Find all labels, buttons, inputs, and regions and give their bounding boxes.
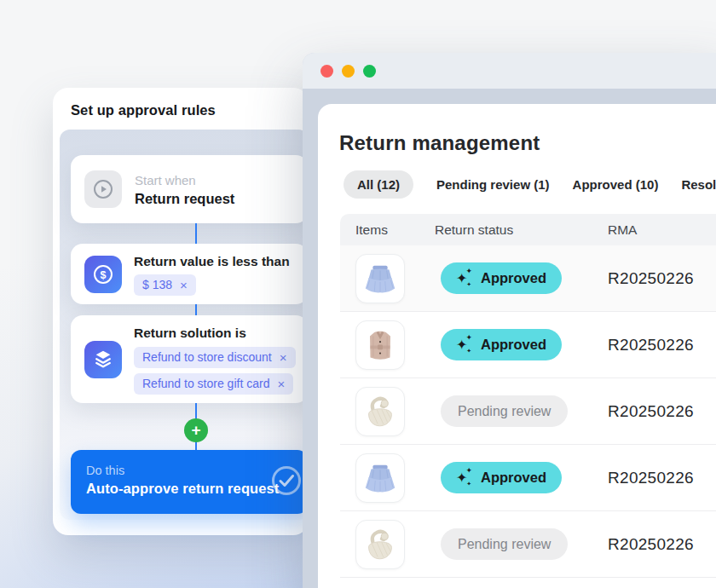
- svg-text:$: $: [101, 268, 107, 280]
- connector-line: [195, 223, 197, 244]
- status-label: Pending review: [458, 404, 551, 419]
- layers-icon: [84, 341, 122, 378]
- desktop-background: Set up approval rules Start when Return …: [0, 0, 716, 588]
- panel-title: Set up approval rules: [53, 88, 309, 130]
- add-rule-button[interactable]: +: [184, 418, 208, 442]
- condition-chip[interactable]: Refund to store discount ×: [134, 347, 296, 368]
- trigger-label: Start when: [135, 171, 234, 189]
- status-label: Approved: [481, 470, 546, 486]
- dollar-icon: $: [84, 256, 122, 293]
- action-value: Auto-approve return request: [86, 479, 292, 499]
- status-label: Approved: [481, 337, 546, 353]
- traffic-light-minimize[interactable]: [342, 65, 355, 78]
- condition-chip[interactable]: Refund to store gift card ×: [134, 373, 293, 395]
- table-row[interactable]: ✦ ✦ ✦ Approved R20250226: [340, 312, 716, 378]
- remove-chip-icon[interactable]: ×: [280, 350, 287, 365]
- workflow-node-return-value[interactable]: $ Return value is less than $ 138 ×: [71, 244, 308, 304]
- table-row[interactable]: ✦ ✦ ✦ Approved R20250226: [340, 445, 716, 511]
- table-row[interactable]: ✦ ✦ ✦ Approved R20250226: [340, 245, 716, 312]
- tab-approved-10[interactable]: Approved (10): [573, 177, 659, 192]
- tabs: All (12)Pending review (1)Approved (10)R…: [344, 170, 716, 199]
- condition-chip[interactable]: $ 138 ×: [134, 274, 196, 296]
- sparkle-icon: ✦ ✦ ✦: [456, 270, 473, 287]
- product-image-bag: [355, 520, 405, 569]
- traffic-light-close[interactable]: [320, 65, 333, 78]
- remove-chip-icon[interactable]: ×: [180, 278, 188, 292]
- tab-all-12[interactable]: All (12): [344, 170, 413, 199]
- remove-chip-icon[interactable]: ×: [277, 377, 285, 391]
- workflow-node-action[interactable]: Do this Auto-approve return request: [71, 450, 308, 514]
- connector-line: [195, 304, 197, 315]
- traffic-lights: [320, 65, 376, 78]
- status-badge-approved: ✦ ✦ ✦ Approved: [441, 262, 562, 294]
- table-rows: ✦ ✦ ✦ Approved R20250226 ✦ ✦ ✦ Approved …: [340, 245, 716, 578]
- column-items: Items: [355, 222, 435, 238]
- table-header: Items Return status RMA: [340, 214, 716, 245]
- approval-rules-panel: Set up approval rules Start when Return …: [53, 88, 309, 535]
- tab-pending-review-1[interactable]: Pending review (1): [436, 177, 550, 192]
- table-row[interactable]: Pending review R20250226: [340, 378, 716, 445]
- rma-number: R20250226: [608, 469, 694, 487]
- page-title: Return management: [339, 131, 716, 155]
- rma-number: R20250226: [608, 535, 694, 553]
- action-label: Do this: [86, 462, 292, 479]
- window-titlebar: [303, 53, 716, 89]
- column-return-status: Return status: [435, 222, 608, 238]
- product-image-coat: [355, 320, 405, 370]
- rma-number: R20250226: [608, 336, 694, 354]
- returns-table: Items Return status RMA ✦ ✦ ✦ Approved R…: [340, 214, 716, 578]
- table-row[interactable]: Pending review R20250226: [340, 511, 716, 578]
- trigger-value: Return request: [135, 189, 234, 208]
- page-content: Return management All (12)Pending review…: [318, 104, 716, 588]
- workflow-node-return-solution[interactable]: Return solution is Refund to store disco…: [71, 315, 308, 403]
- status-badge-pending: Pending review: [441, 395, 568, 427]
- browser-window: Return management All (12)Pending review…: [303, 53, 716, 588]
- condition-title: Return value is less than: [134, 253, 290, 270]
- status-label: Pending review: [458, 537, 551, 552]
- status-badge-pending: Pending review: [441, 528, 568, 560]
- product-image-skirt: [355, 453, 405, 503]
- workflow-node-trigger[interactable]: Start when Return request: [71, 155, 308, 223]
- condition-title: Return solution is: [134, 325, 296, 342]
- product-image-skirt: [355, 254, 405, 303]
- status-badge-approved: ✦ ✦ ✦ Approved: [441, 462, 562, 493]
- column-rma: RMA: [608, 222, 716, 238]
- check-circle-icon: [270, 464, 303, 500]
- tab-resolved[interactable]: Resolved: [681, 177, 716, 192]
- status-label: Approved: [481, 270, 546, 286]
- sparkle-icon: ✦ ✦ ✦: [456, 470, 473, 487]
- rma-number: R20250226: [608, 402, 694, 420]
- traffic-light-zoom[interactable]: [363, 65, 376, 78]
- sparkle-icon: ✦ ✦ ✦: [456, 337, 473, 354]
- status-badge-approved: ✦ ✦ ✦ Approved: [441, 329, 562, 360]
- product-image-bag: [355, 387, 405, 436]
- rma-number: R20250226: [608, 269, 694, 287]
- play-icon: [84, 170, 122, 208]
